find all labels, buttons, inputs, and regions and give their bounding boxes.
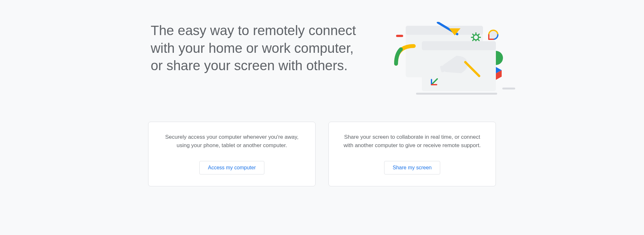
access-my-computer-button[interactable]: Access my computer (199, 161, 264, 174)
share-my-screen-button[interactable]: Share my screen (384, 161, 440, 174)
svg-line-13 (478, 40, 479, 41)
access-computer-card: Securely access your computer whenever y… (148, 122, 316, 186)
svg-rect-23 (416, 93, 497, 95)
hero-section: The easy way to remotely connect with yo… (116, 22, 528, 96)
svg-line-10 (473, 34, 474, 35)
svg-line-11 (478, 34, 479, 35)
share-screen-card: Share your screen to collaborate in real… (328, 122, 496, 186)
svg-line-12 (473, 40, 474, 41)
svg-rect-24 (502, 88, 515, 89)
hero-headline: The easy way to remotely connect with yo… (116, 22, 367, 75)
hero-illustration (386, 22, 528, 96)
svg-rect-15 (422, 41, 496, 50)
card-description: Securely access your computer whenever y… (161, 133, 302, 149)
card-description: Share your screen to collaborate in real… (342, 133, 483, 149)
svg-rect-2 (396, 35, 403, 37)
cards-container: Securely access your computer whenever y… (116, 122, 528, 186)
